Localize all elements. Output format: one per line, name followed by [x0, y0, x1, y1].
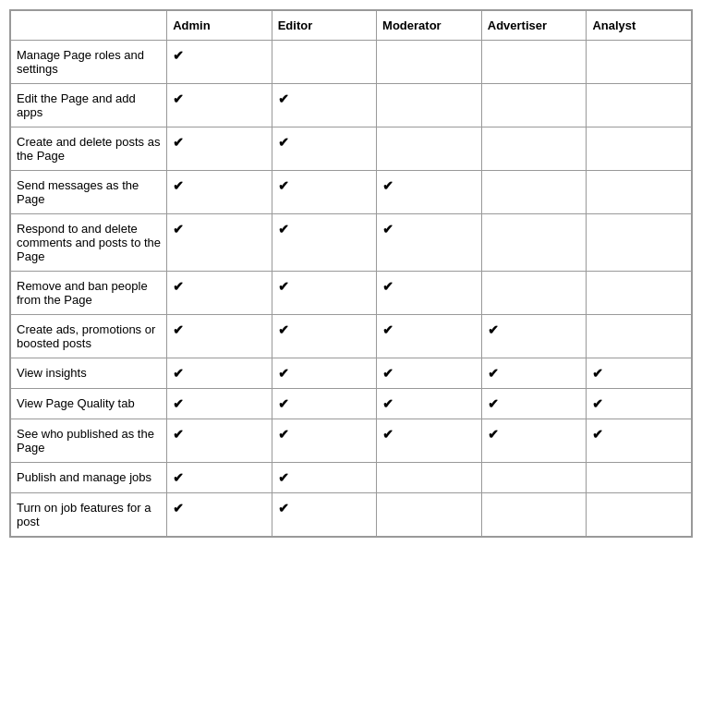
analyst-cell: [587, 41, 692, 84]
table-row: Remove and ban people from the Page✔✔✔: [11, 272, 692, 315]
checkmark-icon: ✔: [382, 396, 393, 411]
moderator-cell: ✔: [377, 358, 482, 389]
checkmark-icon: ✔: [278, 470, 289, 485]
checkmark-icon: ✔: [488, 322, 499, 337]
moderator-cell: [377, 84, 482, 127]
table-row: See who published as the Page✔✔✔✔✔: [11, 419, 692, 463]
moderator-cell: [377, 493, 482, 537]
checkmark-icon: ✔: [488, 396, 499, 411]
advertiser-cell: [481, 463, 587, 493]
admin-cell: ✔: [167, 41, 272, 84]
editor-cell: ✔: [272, 389, 376, 419]
feature-cell: Remove and ban people from the Page: [11, 272, 167, 315]
admin-cell: ✔: [167, 463, 272, 493]
feature-cell: View Page Quality tab: [11, 389, 167, 419]
advertiser-cell: ✔: [481, 389, 587, 419]
checkmark-icon: ✔: [382, 222, 393, 237]
table-row: Turn on job features for a post✔✔: [11, 493, 692, 537]
analyst-cell: [587, 171, 692, 214]
table-row: Manage Page roles and settings✔: [11, 41, 692, 84]
advertiser-cell: ✔: [481, 315, 587, 358]
feature-cell: Turn on job features for a post: [11, 493, 167, 537]
admin-cell: ✔: [167, 493, 272, 537]
moderator-cell: ✔: [377, 389, 482, 419]
checkmark-icon: ✔: [382, 366, 393, 381]
moderator-cell: [377, 127, 482, 171]
moderator-cell: [377, 41, 482, 84]
analyst-cell: [587, 272, 692, 315]
header-analyst: Analyst: [587, 11, 692, 41]
checkmark-icon: ✔: [382, 279, 393, 294]
table-row: View Page Quality tab✔✔✔✔✔: [11, 389, 692, 419]
advertiser-cell: [481, 272, 587, 315]
editor-cell: ✔: [272, 358, 376, 389]
table-row: Respond to and delete comments and posts…: [11, 214, 692, 272]
checkmark-icon: ✔: [173, 135, 184, 150]
editor-cell: ✔: [272, 272, 376, 315]
checkmark-icon: ✔: [278, 427, 289, 442]
checkmark-icon: ✔: [278, 366, 289, 381]
checkmark-icon: ✔: [173, 470, 184, 485]
analyst-cell: ✔: [587, 419, 692, 463]
moderator-cell: ✔: [377, 171, 482, 214]
analyst-cell: [587, 315, 692, 358]
advertiser-cell: [481, 127, 587, 171]
checkmark-icon: ✔: [278, 135, 289, 150]
header-feature: [11, 11, 167, 41]
moderator-cell: ✔: [377, 315, 482, 358]
analyst-cell: [587, 84, 692, 127]
advertiser-cell: ✔: [481, 358, 587, 389]
header-row: Admin Editor Moderator Advertiser Analys…: [11, 11, 692, 41]
editor-cell: ✔: [272, 315, 376, 358]
checkmark-icon: ✔: [382, 178, 393, 193]
checkmark-icon: ✔: [382, 322, 393, 337]
editor-cell: ✔: [272, 171, 376, 214]
analyst-cell: [587, 127, 692, 171]
admin-cell: ✔: [167, 315, 272, 358]
editor-cell: ✔: [272, 214, 376, 272]
feature-cell: View insights: [11, 358, 167, 389]
admin-cell: ✔: [167, 127, 272, 171]
checkmark-icon: ✔: [173, 366, 184, 381]
editor-cell: ✔: [272, 84, 376, 127]
feature-cell: Send messages as the Page: [11, 171, 167, 214]
admin-cell: ✔: [167, 419, 272, 463]
advertiser-cell: [481, 171, 587, 214]
checkmark-icon: ✔: [278, 222, 289, 237]
checkmark-icon: ✔: [278, 322, 289, 337]
header-admin: Admin: [167, 11, 272, 41]
moderator-cell: ✔: [377, 419, 482, 463]
analyst-cell: ✔: [587, 389, 692, 419]
analyst-cell: [587, 463, 692, 493]
feature-cell: Publish and manage jobs: [11, 463, 167, 493]
checkmark-icon: ✔: [382, 427, 393, 442]
editor-cell: [272, 41, 376, 84]
checkmark-icon: ✔: [592, 396, 603, 411]
admin-cell: ✔: [167, 214, 272, 272]
permissions-table-container: Admin Editor Moderator Advertiser Analys…: [9, 9, 693, 538]
table-row: View insights✔✔✔✔✔: [11, 358, 692, 389]
admin-cell: ✔: [167, 272, 272, 315]
checkmark-icon: ✔: [278, 501, 289, 516]
header-advertiser: Advertiser: [481, 11, 587, 41]
checkmark-icon: ✔: [488, 366, 499, 381]
admin-cell: ✔: [167, 358, 272, 389]
analyst-cell: [587, 214, 692, 272]
feature-cell: Create and delete posts as the Page: [11, 127, 167, 171]
feature-cell: Manage Page roles and settings: [11, 41, 167, 84]
checkmark-icon: ✔: [278, 396, 289, 411]
header-editor: Editor: [272, 11, 376, 41]
checkmark-icon: ✔: [173, 178, 184, 193]
advertiser-cell: [481, 493, 587, 537]
editor-cell: ✔: [272, 419, 376, 463]
feature-cell: See who published as the Page: [11, 419, 167, 463]
analyst-cell: ✔: [587, 358, 692, 389]
table-row: Publish and manage jobs✔✔: [11, 463, 692, 493]
checkmark-icon: ✔: [173, 48, 184, 63]
checkmark-icon: ✔: [592, 427, 603, 442]
analyst-cell: [587, 493, 692, 537]
advertiser-cell: [481, 214, 587, 272]
editor-cell: ✔: [272, 127, 376, 171]
permissions-table: Admin Editor Moderator Advertiser Analys…: [10, 10, 692, 537]
table-row: Create ads, promotions or boosted posts✔…: [11, 315, 692, 358]
